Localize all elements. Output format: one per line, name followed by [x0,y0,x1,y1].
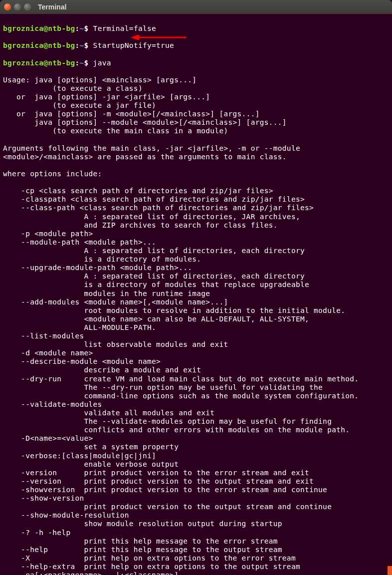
prompt-colon: : [75,59,79,67]
maximize-icon[interactable] [24,3,31,10]
prompt-dollar: $ [84,59,93,67]
close-icon[interactable] [4,3,11,10]
prompt-path: ~ [80,59,84,67]
prompt-dollar: $ [84,24,93,32]
prompt-user: bgroznica@ntb-bg [3,41,75,49]
window-title: Terminal [38,3,66,11]
command-text: java [93,59,111,67]
prompt-user: bgroznica@ntb-bg [3,59,75,67]
prompt-colon: : [75,24,79,32]
minimize-icon[interactable] [14,3,21,10]
command-text: Terminal=false [93,24,156,32]
window-titlebar: Terminal [0,0,392,14]
terminal-output[interactable]: bgroznica@ntb-bg:~$ Terminal=false bgroz… [0,14,392,575]
command-text: StartupNotify=true [93,41,175,49]
prompt-colon: : [75,41,79,49]
java-usage-output: Usage: java [options] <mainclass> [args.… [3,76,389,575]
prompt-dollar: $ [84,41,93,49]
prompt-path: ~ [80,41,84,49]
prompt-line: bgroznica@ntb-bg:~$ java [3,59,389,67]
prompt-user: bgroznica@ntb-bg [3,24,75,32]
prompt-line: bgroznica@ntb-bg:~$ Terminal=false [3,24,389,33]
prompt-path: ~ [80,24,84,32]
prompt-line: bgroznica@ntb-bg:~$ StartupNotify=true [3,41,389,50]
scrollbar-thumb[interactable] [388,566,392,575]
